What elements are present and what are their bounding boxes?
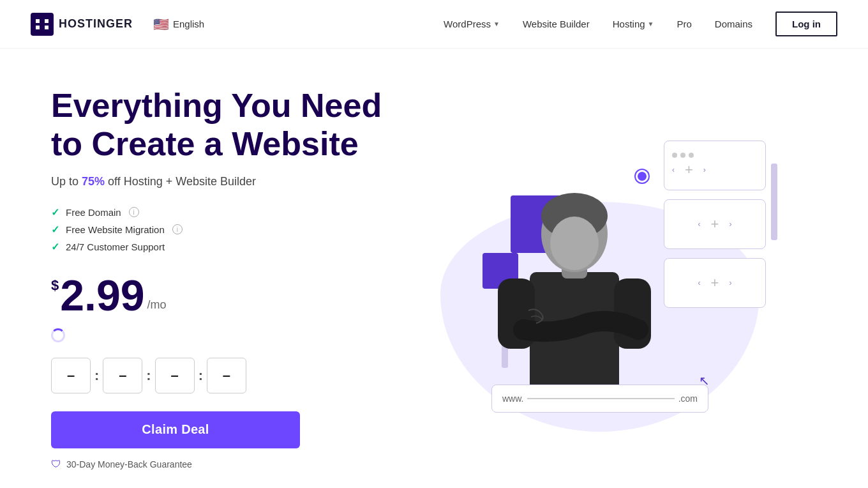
feature-domain: ✓ Free Domain i bbox=[51, 206, 383, 218]
nav-domains[interactable]: Domains bbox=[715, 19, 752, 29]
price-per: /mo bbox=[147, 298, 167, 312]
hero-subtitle: Up to 75% off Hosting + Website Builder bbox=[51, 175, 383, 188]
svg-point-6 bbox=[550, 217, 599, 270]
feature-migration: ✓ Free Website Migration i bbox=[51, 224, 383, 236]
language-selector[interactable]: 🇺🇸 English bbox=[153, 17, 204, 32]
vertical-bar-right bbox=[771, 164, 777, 240]
countdown-hours-ones: – bbox=[103, 358, 142, 393]
price-dollar: $ bbox=[51, 277, 59, 294]
countdown-timer: – : – : – : – bbox=[51, 358, 383, 393]
plus-icon: + bbox=[711, 275, 719, 291]
url-suffix: .com bbox=[678, 393, 698, 404]
nav-pro[interactable]: Pro bbox=[677, 19, 691, 29]
hero-section: Everything You Need to Create a Website … bbox=[0, 49, 868, 488]
hero-illustration: ‹ + › ‹ + › ‹ + › bbox=[383, 119, 817, 438]
nav-hosting[interactable]: Hosting ▼ bbox=[613, 19, 654, 29]
price-main: 2.99 bbox=[60, 273, 144, 317]
countdown-seconds-tens: – bbox=[207, 358, 246, 393]
guarantee-badge: 🛡 30-Day Money-Back Guarantee bbox=[51, 459, 383, 470]
countdown-colon: : bbox=[146, 367, 151, 384]
nav-links: WordPress ▼ Website Builder Hosting ▼ Pr… bbox=[444, 19, 752, 29]
arrow-left-icon: ‹ bbox=[698, 278, 701, 287]
check-icon: ✓ bbox=[51, 206, 59, 218]
arrow-right-icon: › bbox=[729, 278, 731, 287]
arrow-right-icon: › bbox=[703, 165, 706, 174]
illustration-container: ‹ + › ‹ + › ‹ + › bbox=[421, 125, 779, 432]
shield-icon: 🛡 bbox=[51, 459, 61, 470]
login-button[interactable]: Log in bbox=[775, 11, 837, 36]
logo-text: HOSTINGER bbox=[59, 17, 133, 31]
chevron-down-icon: ▼ bbox=[493, 20, 500, 27]
flag-icon: 🇺🇸 bbox=[153, 17, 169, 32]
navbar: HOSTINGER 🇺🇸 English WordPress ▼ Website… bbox=[0, 0, 868, 49]
logo[interactable]: HOSTINGER bbox=[31, 13, 133, 36]
countdown-colon: : bbox=[94, 367, 99, 384]
cursor-icon: ↖ bbox=[699, 373, 710, 388]
arrow-left-icon: ‹ bbox=[698, 220, 701, 229]
arrow-right-icon: › bbox=[729, 220, 731, 229]
ui-box-mid: ‹ + › bbox=[664, 199, 766, 249]
check-icon: ✓ bbox=[51, 241, 59, 253]
language-label: English bbox=[173, 19, 204, 29]
hero-title: Everything You Need to Create a Website bbox=[51, 87, 383, 164]
url-prefix: www. bbox=[502, 393, 523, 404]
plus-icon: + bbox=[711, 216, 719, 233]
hostinger-logo-icon bbox=[31, 13, 54, 36]
countdown-colon: : bbox=[198, 367, 203, 384]
guarantee-text: 30-Day Money-Back Guarantee bbox=[66, 459, 192, 469]
svg-rect-0 bbox=[31, 13, 54, 36]
subtitle-prefix: Up to bbox=[51, 175, 82, 188]
url-bar: www. .com bbox=[491, 385, 708, 413]
nav-website-builder[interactable]: Website Builder bbox=[523, 19, 590, 29]
subtitle-highlight: 75% bbox=[82, 175, 105, 188]
feature-support: ✓ 24/7 Customer Support bbox=[51, 241, 383, 253]
ui-box-top: ‹ + › bbox=[664, 141, 766, 190]
hero-person-image bbox=[485, 170, 664, 413]
info-icon[interactable]: i bbox=[172, 224, 183, 234]
features-list: ✓ Free Domain i ✓ Free Website Migration… bbox=[51, 206, 383, 253]
ui-box-bot: ‹ + › bbox=[664, 258, 766, 308]
countdown-minutes-tens: – bbox=[155, 358, 195, 393]
arrow-left-icon: ‹ bbox=[672, 165, 675, 174]
plus-icon: + bbox=[685, 162, 693, 178]
price-block: $ 2.99 /mo bbox=[51, 273, 383, 317]
claim-deal-button[interactable]: Claim Deal bbox=[51, 411, 300, 448]
hero-content: Everything You Need to Create a Website … bbox=[51, 87, 383, 470]
chevron-down-icon: ▼ bbox=[648, 20, 654, 27]
info-icon[interactable]: i bbox=[129, 207, 139, 217]
nav-wordpress[interactable]: WordPress ▼ bbox=[444, 19, 500, 29]
loading-spinner bbox=[51, 328, 65, 342]
check-icon: ✓ bbox=[51, 224, 59, 236]
subtitle-suffix: off Hosting + Website Builder bbox=[105, 175, 256, 188]
loading-spinner-wrap bbox=[51, 328, 383, 344]
url-line bbox=[527, 398, 674, 399]
countdown-hours-tens: – bbox=[51, 358, 91, 393]
